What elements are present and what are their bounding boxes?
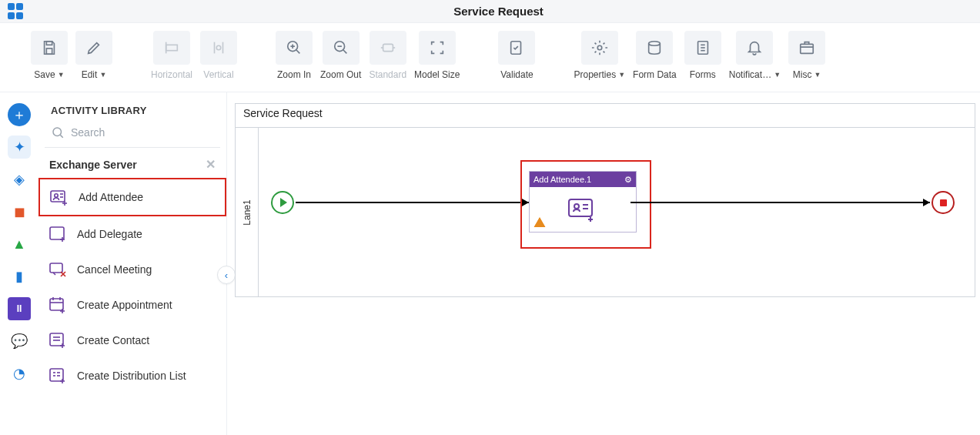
activity-list: Add AttendeeAdd DelegateCancel MeetingCr… (38, 178, 226, 393)
gear-icon[interactable]: ⚙ (624, 175, 632, 185)
activity-item-cancel-meeting[interactable]: Cancel Meeting (38, 252, 226, 287)
activity-label: Create Contact (77, 334, 149, 346)
toolbar-model-size-button[interactable]: Model Size (414, 31, 460, 92)
toolbar-zoom-in-button[interactable]: Zoom In (276, 31, 313, 92)
toolbar-standard-button: Standard (369, 31, 406, 92)
toolbar-label: Zoom Out (320, 69, 361, 80)
toolbar-icon (276, 31, 313, 65)
toolbar-icon (636, 31, 673, 65)
clipboard-icon[interactable]: ▮ (8, 265, 31, 288)
toolbar-icon (498, 31, 535, 65)
toolbar-edit-button[interactable]: Edit ▼ (75, 31, 112, 92)
toolbar-label: Forms (690, 69, 716, 80)
svg-point-18 (597, 45, 602, 50)
canvas-area: Service Request Lane1 Add Attendee.1 ⚙ (227, 92, 980, 435)
toolbar-icon (788, 31, 825, 65)
toolbar-label: Horizontal (151, 69, 192, 80)
toolbar: Save ▼Edit ▼HorizontalVerticalZoom InZoo… (0, 23, 980, 92)
attendee-icon (567, 196, 598, 223)
activity-item-create-appointment[interactable]: Create Appointment (38, 287, 226, 323)
toolbar-icon (75, 31, 112, 65)
search-row (38, 125, 226, 147)
toolbar-properties-button[interactable]: Properties ▼ (574, 31, 625, 92)
app-logo-icon (8, 3, 25, 20)
chevron-down-icon: ▼ (774, 71, 781, 79)
toolbar-misc-button[interactable]: Misc ▼ (788, 31, 825, 92)
toolbar-label: Model Size (414, 69, 460, 80)
toolbar-zoom-out-button[interactable]: Zoom Out (320, 31, 361, 92)
svg-line-8 (296, 50, 300, 54)
divider (45, 147, 220, 148)
toolbar-icon (370, 31, 406, 65)
activity-body (530, 187, 636, 232)
activity-title: Add Attendee.1 (533, 175, 591, 184)
toolbar-label: Validate (500, 69, 533, 80)
toolbar-icon (419, 31, 456, 65)
exchange-icon[interactable]: ✦ (8, 136, 31, 159)
nav-rail: ＋ ✦ ◈ ◼ ▲ ▮ II 💬 ◔ (0, 92, 38, 435)
toolbar-save-button[interactable]: Save ▼ (31, 31, 68, 92)
activity-item-create-distribution-list[interactable]: Create Distribution List (38, 358, 226, 393)
svg-rect-57 (569, 199, 592, 216)
activity-icon (48, 295, 68, 315)
toolbar-label: Properties ▼ (574, 69, 625, 80)
canvas-title: Service Request (243, 102, 323, 124)
add-button-icon[interactable]: ＋ (8, 103, 31, 126)
activity-label: Create Distribution List (77, 370, 186, 382)
toolbar-label: Vertical (203, 69, 233, 80)
toolbar-icon (581, 31, 618, 65)
svg-rect-2 (166, 45, 178, 50)
end-event-icon[interactable] (932, 191, 955, 214)
svg-point-19 (649, 42, 661, 46)
activity-label: Create Appointment (77, 299, 172, 311)
chat-icon[interactable]: 💬 (8, 330, 31, 353)
svg-line-26 (60, 135, 62, 137)
toolbar-icon (31, 31, 68, 65)
warning-icon (533, 216, 546, 229)
search-icon (51, 125, 65, 139)
category-header: Exchange Server ✕ (38, 151, 226, 178)
svg-rect-1 (46, 49, 52, 54)
toolbar-icon (323, 31, 360, 65)
toolbar-notificat--button[interactable]: Notificat… ▼ (729, 31, 781, 92)
toolbar-icon (736, 31, 773, 65)
more-icon[interactable]: ◔ (8, 362, 31, 385)
activity-icon (48, 259, 68, 279)
toolbar-icon (200, 31, 237, 65)
svg-rect-50 (50, 369, 63, 381)
start-event-icon[interactable] (271, 191, 294, 214)
svg-rect-14 (383, 44, 393, 51)
activity-node[interactable]: Add Attendee.1 ⚙ (529, 171, 637, 233)
activity-item-add-attendee[interactable]: Add Attendee (38, 178, 226, 216)
toolbar-icon (684, 31, 721, 65)
box-icon[interactable]: ◈ (8, 168, 31, 191)
toolbar-label: Zoom In (277, 69, 311, 80)
app-icon[interactable]: II (8, 297, 31, 320)
office-icon[interactable]: ◼ (8, 200, 31, 223)
lane-label: Lane1 (236, 128, 259, 297)
collapse-sidebar-button[interactable]: ‹ (217, 266, 236, 284)
activity-icon (48, 224, 68, 244)
activity-label: Add Delegate (77, 228, 142, 240)
activity-label: Cancel Meeting (77, 263, 152, 276)
process-canvas[interactable]: Service Request Lane1 Add Attendee.1 ⚙ (235, 103, 975, 297)
title-bar: Service Request (0, 0, 980, 23)
svg-point-28 (55, 194, 58, 197)
svg-rect-39 (50, 299, 63, 310)
toolbar-form-data-button[interactable]: Form Data (633, 31, 677, 92)
activity-item-create-contact[interactable]: Create Contact (38, 323, 226, 358)
drive-icon[interactable]: ▲ (8, 233, 31, 256)
svg-line-12 (343, 50, 346, 54)
main: ＋ ✦ ◈ ◼ ▲ ▮ II 💬 ◔ ACTIVITY LIBRARY Exch… (0, 92, 980, 435)
activity-item-add-delegate[interactable]: Add Delegate (38, 216, 226, 252)
toolbar-label: Notificat… ▼ (729, 69, 781, 80)
toolbar-forms-button[interactable]: Forms (684, 31, 721, 92)
sidebar-title: ACTIVITY LIBRARY (38, 92, 226, 125)
chevron-down-icon: ▼ (814, 71, 821, 79)
svg-point-25 (53, 128, 62, 136)
arrow-icon (923, 199, 930, 206)
connector (630, 202, 930, 203)
close-icon[interactable]: ✕ (206, 157, 216, 172)
search-input[interactable] (71, 126, 202, 139)
toolbar-validate-button[interactable]: Validate (498, 31, 535, 92)
